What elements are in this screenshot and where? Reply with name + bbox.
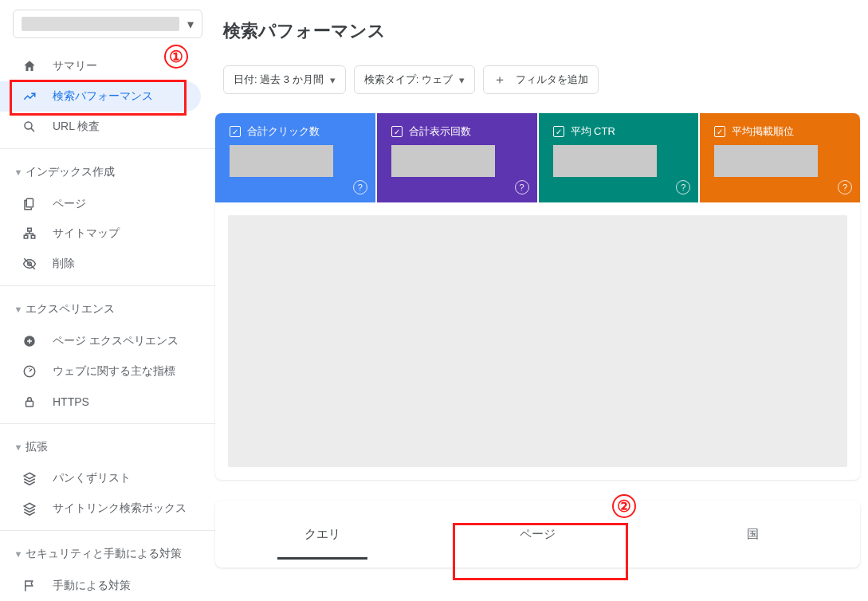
sidebar-item-https[interactable]: HTTPS bbox=[0, 387, 201, 417]
help-icon[interactable]: ? bbox=[838, 180, 852, 194]
metric-clicks[interactable]: ✓ 合計クリック数 ? bbox=[215, 113, 375, 202]
help-icon[interactable]: ? bbox=[515, 180, 529, 194]
nav-group-index[interactable]: ▼ インデックス作成 bbox=[0, 155, 215, 189]
main-content: 検索パフォーマンス 日付: 過去 3 か月間 ▾ 検索タイプ: ウェブ ▾ ＋ … bbox=[215, 0, 868, 601]
checkbox-checked-icon: ✓ bbox=[553, 126, 564, 137]
metric-ctr[interactable]: ✓ 平均 CTR ? bbox=[539, 113, 699, 202]
sidebar-item-url-inspect[interactable]: URL 検査 bbox=[0, 112, 201, 142]
group-label: 拡張 bbox=[26, 440, 48, 454]
metric-value-placeholder bbox=[391, 145, 495, 177]
sidebar-label: ページ bbox=[53, 197, 86, 211]
chevron-down-icon: ▾ bbox=[459, 74, 465, 86]
plus-icon: ＋ bbox=[493, 73, 506, 86]
svg-line-1 bbox=[31, 128, 34, 132]
sidebar-label: 手動による対策 bbox=[53, 579, 131, 593]
home-icon bbox=[21, 59, 38, 73]
sidebar-item-breadcrumb[interactable]: パンくずリスト bbox=[0, 464, 201, 494]
chevron-down-icon: ▼ bbox=[11, 549, 26, 559]
metric-value-placeholder bbox=[553, 145, 657, 177]
sidebar-item-removals[interactable]: 削除 bbox=[0, 249, 201, 279]
filter-label: 日付: 過去 3 か月間 bbox=[234, 73, 324, 87]
sidebar-item-pages[interactable]: ページ bbox=[0, 189, 201, 219]
group-label: セキュリティと手動による対策 bbox=[26, 547, 182, 561]
performance-card: ✓ 合計クリック数 ? ✓ 合計表示回数 ? ✓ bbox=[215, 113, 860, 480]
metric-position[interactable]: ✓ 平均掲載順位 ? bbox=[700, 113, 860, 202]
divider bbox=[0, 285, 215, 286]
checkbox-checked-icon: ✓ bbox=[714, 126, 725, 137]
chevron-down-icon: ▾ bbox=[187, 17, 194, 32]
tab-label: 国 bbox=[747, 527, 759, 542]
group-label: エクスペリエンス bbox=[26, 302, 115, 316]
nav-group-enhance[interactable]: ▼ 拡張 bbox=[0, 430, 215, 464]
sidebar-label: サマリー bbox=[53, 59, 97, 73]
pages-icon bbox=[21, 197, 38, 211]
sidebar-item-performance[interactable]: 検索パフォーマンス bbox=[0, 81, 201, 112]
chevron-down-icon: ▼ bbox=[11, 442, 26, 452]
sitemap-icon bbox=[21, 226, 38, 241]
layers-icon bbox=[21, 471, 38, 485]
tab-label: ページ bbox=[520, 527, 556, 542]
svg-rect-5 bbox=[31, 236, 35, 239]
plus-circle-icon bbox=[21, 334, 38, 348]
speed-icon bbox=[21, 364, 38, 379]
tab-country[interactable]: 国 bbox=[645, 501, 860, 568]
divider bbox=[0, 148, 215, 149]
add-filter-label: フィルタを追加 bbox=[516, 73, 588, 87]
sidebar-label: ページ エクスペリエンス bbox=[53, 334, 179, 348]
divider bbox=[0, 530, 215, 531]
filter-bar: 日付: 過去 3 か月間 ▾ 検索タイプ: ウェブ ▾ ＋ フィルタを追加 bbox=[223, 65, 868, 94]
sidebar-item-page-experience[interactable]: ページ エクスペリエンス bbox=[0, 326, 201, 356]
checkbox-checked-icon: ✓ bbox=[230, 126, 241, 137]
layers-icon bbox=[21, 501, 38, 516]
chevron-down-icon: ▾ bbox=[330, 74, 336, 86]
sidebar-item-core-web-vitals[interactable]: ウェブに関する主な指標 bbox=[0, 356, 201, 387]
nav-group-experience[interactable]: ▼ エクスペリエンス bbox=[0, 293, 215, 326]
dimension-tabs: クエリ ページ 国 bbox=[215, 501, 860, 568]
filter-date[interactable]: 日付: 過去 3 か月間 ▾ bbox=[223, 65, 346, 94]
search-icon bbox=[21, 120, 38, 134]
eye-off-icon bbox=[21, 257, 38, 271]
nav-group-security[interactable]: ▼ セキュリティと手動による対策 bbox=[0, 537, 215, 571]
help-icon[interactable]: ? bbox=[676, 180, 690, 194]
metric-label: 合計クリック数 bbox=[247, 124, 320, 139]
metric-value-placeholder bbox=[714, 145, 818, 177]
metric-tabs: ✓ 合計クリック数 ? ✓ 合計表示回数 ? ✓ bbox=[215, 113, 860, 202]
metric-label: 平均掲載順位 bbox=[732, 124, 794, 139]
sidebar-label: HTTPS bbox=[53, 395, 89, 408]
tab-query[interactable]: クエリ bbox=[215, 501, 430, 568]
metric-value-placeholder bbox=[230, 145, 333, 177]
svg-point-0 bbox=[25, 122, 32, 129]
sidebar-item-manual-actions[interactable]: 手動による対策 bbox=[0, 571, 201, 601]
sidebar-label: 削除 bbox=[53, 257, 75, 271]
sidebar-label: サイトマップ bbox=[53, 226, 120, 241]
help-icon[interactable]: ? bbox=[353, 180, 367, 194]
page-title: 検索パフォーマンス bbox=[223, 19, 868, 43]
property-selector[interactable]: ▾ bbox=[13, 10, 202, 38]
sidebar-item-summary[interactable]: サマリー bbox=[0, 51, 201, 81]
filter-label: 検索タイプ: ウェブ bbox=[364, 73, 453, 87]
sidebar: ▾ サマリー 検索パフォーマンス URL 検査 ▼ インデックス作成 ページ サ… bbox=[0, 0, 215, 601]
sidebar-label: 検索パフォーマンス bbox=[53, 89, 153, 104]
performance-chart-placeholder bbox=[228, 215, 847, 467]
lock-icon bbox=[21, 395, 38, 409]
sidebar-item-sitelinks-search[interactable]: サイトリンク検索ボックス bbox=[0, 493, 201, 524]
svg-rect-10 bbox=[26, 401, 33, 407]
divider bbox=[0, 423, 215, 424]
sidebar-item-sitemaps[interactable]: サイトマップ bbox=[0, 219, 201, 249]
group-label: インデックス作成 bbox=[26, 165, 115, 179]
trend-icon bbox=[21, 89, 38, 104]
checkbox-checked-icon: ✓ bbox=[391, 126, 403, 137]
tab-label: クエリ bbox=[304, 527, 340, 542]
sidebar-label: パンくずリスト bbox=[53, 471, 131, 485]
sidebar-label: サイトリンク検索ボックス bbox=[53, 501, 187, 516]
filter-search-type[interactable]: 検索タイプ: ウェブ ▾ bbox=[354, 65, 475, 94]
flag-icon bbox=[21, 579, 38, 593]
chevron-down-icon: ▼ bbox=[11, 167, 26, 177]
add-filter-button[interactable]: ＋ フィルタを追加 bbox=[483, 65, 599, 94]
metric-impressions[interactable]: ✓ 合計表示回数 ? bbox=[377, 113, 537, 202]
metric-label: 平均 CTR bbox=[571, 124, 615, 139]
svg-rect-3 bbox=[28, 229, 32, 232]
tab-page[interactable]: ページ bbox=[430, 501, 646, 568]
chevron-down-icon: ▼ bbox=[11, 304, 26, 314]
sidebar-label: ウェブに関する主な指標 bbox=[53, 364, 175, 379]
